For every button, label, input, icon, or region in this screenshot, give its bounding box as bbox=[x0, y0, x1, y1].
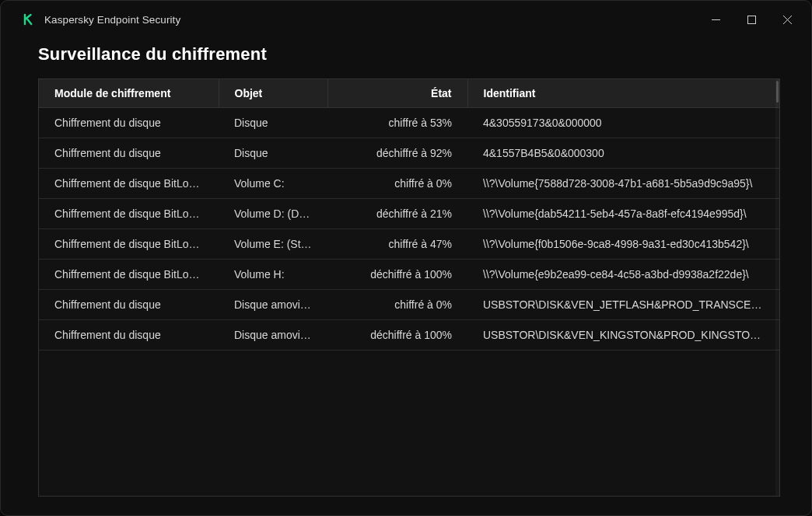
svg-rect-0 bbox=[747, 16, 755, 23]
cell-id: USBSTOR\DISK&VEN_KINGSTON&PROD_KINGSTON_… bbox=[467, 320, 779, 350]
cell-object: Volume H: bbox=[219, 260, 327, 290]
cell-state: déchiffré à 100% bbox=[327, 320, 467, 350]
maximize-button[interactable] bbox=[733, 7, 769, 32]
table-row[interactable]: Chiffrement de disque BitLockerVolume D:… bbox=[39, 199, 779, 229]
cell-id: \\?\Volume{dab54211-5eb4-457a-8a8f-efc41… bbox=[467, 199, 779, 229]
window-controls bbox=[698, 7, 805, 32]
scrollbar-track bbox=[775, 79, 779, 496]
maximize-icon bbox=[747, 16, 756, 24]
minimize-icon bbox=[712, 16, 720, 24]
table-row[interactable]: Chiffrement du disqueDisque amoviblechif… bbox=[39, 290, 779, 320]
cell-object: Disque bbox=[219, 108, 327, 138]
cell-id: \\?\Volume{f0b1506e-9ca8-4998-9a31-ed30c… bbox=[467, 229, 779, 260]
table-row[interactable]: Chiffrement du disqueDisque amovibledéch… bbox=[39, 320, 779, 350]
minimize-button[interactable] bbox=[698, 7, 733, 32]
encryption-table: Module de chiffrement Objet État Identif… bbox=[39, 79, 779, 350]
cell-object: Volume E: (Storage) bbox=[219, 229, 327, 260]
cell-object: Disque amovible bbox=[219, 290, 327, 320]
app-window: Kaspersky Endpoint Security Surveillance… bbox=[0, 0, 812, 516]
cell-state: déchiffré à 92% bbox=[327, 138, 467, 169]
cell-module: Chiffrement du disque bbox=[39, 108, 219, 138]
cell-module: Chiffrement du disque bbox=[39, 320, 219, 350]
titlebar: Kaspersky Endpoint Security bbox=[1, 1, 811, 38]
close-icon bbox=[783, 16, 792, 24]
cell-state: déchiffré à 21% bbox=[327, 199, 467, 229]
cell-object: Volume D: (Data) bbox=[219, 199, 327, 229]
column-header-id[interactable]: Identifiant bbox=[467, 79, 779, 108]
cell-module: Chiffrement de disque BitLocker bbox=[39, 260, 219, 290]
cell-id: \\?\Volume{e9b2ea99-ce84-4c58-a3bd-d9938… bbox=[467, 260, 779, 290]
kaspersky-logo-icon bbox=[23, 12, 37, 26]
page-title: Surveillance du chiffrement bbox=[38, 44, 780, 64]
table-header-row: Module de chiffrement Objet État Identif… bbox=[39, 79, 779, 108]
cell-module: Chiffrement du disque bbox=[39, 138, 219, 169]
content-area: Surveillance du chiffrement Module de ch… bbox=[1, 38, 811, 515]
cell-state: chiffré à 47% bbox=[327, 229, 467, 260]
cell-object: Disque bbox=[219, 138, 327, 169]
app-title: Kaspersky Endpoint Security bbox=[44, 14, 180, 26]
cell-state: déchiffré à 100% bbox=[327, 260, 467, 290]
scrollbar-thumb[interactable] bbox=[776, 81, 779, 103]
encryption-table-container: Module de chiffrement Objet État Identif… bbox=[38, 78, 780, 497]
cell-state: chiffré à 53% bbox=[327, 108, 467, 138]
cell-module: Chiffrement de disque BitLocker bbox=[39, 199, 219, 229]
cell-object: Disque amovible bbox=[219, 320, 327, 350]
cell-state: chiffré à 0% bbox=[327, 290, 467, 320]
table-row[interactable]: Chiffrement du disqueDisquechiffré à 53%… bbox=[39, 108, 779, 138]
cell-state: chiffré à 0% bbox=[327, 169, 467, 199]
table-row[interactable]: Chiffrement de disque BitLockerVolume E:… bbox=[39, 229, 779, 260]
cell-id: \\?\Volume{7588d728-3008-47b1-a681-5b5a9… bbox=[467, 169, 779, 199]
column-header-object[interactable]: Objet bbox=[219, 79, 327, 108]
table-row[interactable]: Chiffrement de disque BitLockerVolume H:… bbox=[39, 260, 779, 290]
cell-id: 4&30559173&0&000000 bbox=[467, 108, 779, 138]
column-header-state[interactable]: État bbox=[327, 79, 467, 108]
cell-id: 4&1557B4B5&0&000300 bbox=[467, 138, 779, 169]
cell-object: Volume C: bbox=[219, 169, 327, 199]
cell-module: Chiffrement de disque BitLocker bbox=[39, 169, 219, 199]
cell-id: USBSTOR\DISK&VEN_JETFLASH&PROD_TRANSCEND… bbox=[467, 290, 779, 320]
column-header-module[interactable]: Module de chiffrement bbox=[39, 79, 219, 108]
close-button[interactable] bbox=[769, 7, 805, 32]
table-row[interactable]: Chiffrement du disqueDisquedéchiffré à 9… bbox=[39, 138, 779, 169]
cell-module: Chiffrement de disque BitLocker bbox=[39, 229, 219, 260]
cell-module: Chiffrement du disque bbox=[39, 290, 219, 320]
table-row[interactable]: Chiffrement de disque BitLockerVolume C:… bbox=[39, 169, 779, 199]
